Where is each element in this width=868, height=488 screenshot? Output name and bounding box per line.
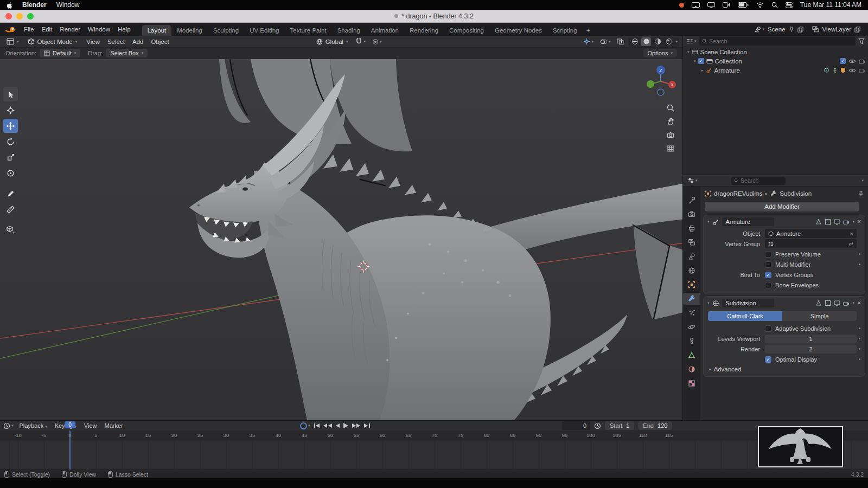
cursor-tool[interactable]	[3, 103, 18, 117]
hide-eye-icon[interactable]	[848, 59, 856, 64]
properties-search[interactable]	[731, 177, 786, 185]
jump-to-start-button[interactable]	[314, 423, 320, 428]
workspace-tab-shading[interactable]: Shading	[332, 25, 366, 36]
collection-checkbox[interactable]: ✓	[698, 58, 704, 64]
menubar-menu-window[interactable]: Window	[56, 1, 80, 9]
workspace-tab-sculpting[interactable]: Sculpting	[208, 25, 244, 36]
scene-name[interactable]: Scene	[768, 26, 786, 33]
outliner-row-scene-collection[interactable]: ▾ Scene Collection	[683, 47, 868, 56]
disable-render-camera-icon[interactable]	[859, 59, 866, 64]
render-levels-field[interactable]: 2	[765, 345, 857, 354]
workspace-tab-geometry-nodes[interactable]: Geometry Nodes	[489, 25, 547, 36]
shading-wireframe-button[interactable]	[630, 37, 640, 46]
control-center-icon[interactable]	[786, 2, 793, 8]
edit-mode-toggle-icon[interactable]	[825, 300, 831, 306]
current-frame-field[interactable]: 0	[562, 421, 590, 430]
expand-icon[interactable]: ▾	[687, 50, 690, 54]
select-box-tool[interactable]	[3, 87, 18, 101]
options-dropdown[interactable]: Options▾	[643, 49, 677, 57]
properties-search-input[interactable]	[741, 177, 782, 184]
use-preview-range-icon[interactable]	[594, 422, 601, 429]
workspace-tab-texture-paint[interactable]: Texture Paint	[285, 25, 332, 36]
tab-texture[interactable]	[683, 377, 700, 389]
add-workspace-button[interactable]: +	[583, 25, 594, 36]
tab-material[interactable]	[683, 363, 700, 375]
menu-window[interactable]: Window	[84, 26, 114, 33]
recording-indicator-icon[interactable]	[679, 3, 684, 8]
tab-view-layer[interactable]	[683, 236, 700, 248]
navigation-gizmo[interactable]: Z X	[643, 63, 678, 98]
show-gizmo-toggle[interactable]: ▾	[581, 38, 596, 45]
timeline-dopesheet[interactable]	[0, 440, 868, 470]
modifier-extras-icon[interactable]: ▾	[852, 301, 854, 305]
disable-render-camera-icon[interactable]	[859, 68, 866, 73]
tab-physics[interactable]	[683, 321, 700, 333]
subdivision-panel-header[interactable]: ▾ Subdivision ▾ ×	[704, 297, 865, 310]
properties-options-icon[interactable]: ▾	[861, 178, 864, 183]
hide-eye-icon[interactable]	[848, 68, 856, 73]
collapse-icon[interactable]: ▾	[707, 301, 710, 305]
new-viewlayer-icon[interactable]	[854, 27, 860, 33]
pin-id-icon[interactable]	[858, 191, 864, 197]
menu-help[interactable]: Help	[114, 26, 135, 33]
camera-view-icon[interactable]	[666, 131, 675, 139]
menubar-clock[interactable]: Tue Mar 11 11:04 AM	[800, 1, 861, 9]
catmull-clark-button[interactable]: Catmull-Clark	[708, 311, 782, 321]
tab-tool[interactable]	[683, 194, 700, 206]
levels-viewport-field[interactable]: 1	[765, 335, 857, 343]
search-icon[interactable]	[771, 2, 778, 8]
tab-object[interactable]	[683, 279, 700, 291]
wifi-icon[interactable]	[756, 2, 764, 8]
workspace-tab-compositing[interactable]: Compositing	[444, 25, 489, 36]
realtime-toggle-icon[interactable]	[834, 219, 840, 225]
add-cube-tool[interactable]	[3, 223, 18, 237]
armature-data-icon[interactable]	[824, 67, 829, 73]
outliner-filter-icon[interactable]	[858, 38, 865, 44]
breadcrumb-object[interactable]: dragonREVudims	[714, 190, 763, 197]
orthographic-grid-icon[interactable]	[666, 144, 675, 153]
tab-output[interactable]	[683, 222, 700, 234]
editor-type-selector[interactable]: ▾	[3, 38, 22, 45]
add-modifier-button[interactable]: Add Modifier	[705, 202, 859, 211]
on-cage-toggle-icon[interactable]	[815, 219, 822, 225]
pin-scene-icon[interactable]	[789, 27, 794, 33]
shading-dropdown-icon[interactable]: ▾	[675, 40, 678, 44]
viewport-menu-add[interactable]: Add	[129, 38, 147, 45]
jump-to-end-button[interactable]	[364, 423, 370, 428]
timeline-ruler[interactable]: -10-505101520253035404550556065707580859…	[0, 431, 868, 440]
subdivision-modifier-name-field[interactable]: Subdivision	[722, 299, 774, 307]
vertex-groups-checkbox[interactable]: ✓	[765, 272, 771, 278]
apple-menu-icon[interactable]	[7, 2, 12, 9]
proportional-editing-controls[interactable]: ▾	[370, 38, 384, 45]
menu-file[interactable]: File	[20, 26, 38, 33]
viewlayer-name[interactable]: ViewLayer	[822, 26, 852, 33]
pan-hand-icon[interactable]	[666, 117, 675, 126]
render-toggle-icon[interactable]	[843, 300, 850, 306]
realtime-toggle-icon[interactable]	[834, 300, 840, 306]
pose-icon[interactable]	[832, 67, 838, 73]
multi-modifier-checkbox[interactable]	[765, 261, 771, 268]
transform-orientation-selector[interactable]: Global▾	[313, 38, 352, 45]
outliner-row-armature[interactable]: ▸ Armature	[683, 66, 868, 75]
workspace-tab-uv-editing[interactable]: UV Editing	[244, 25, 284, 36]
drag-dropdown[interactable]: Select Box▾	[106, 49, 148, 57]
expand-icon[interactable]: ▾	[694, 59, 696, 63]
vertex-group-field[interactable]: ⇄	[765, 239, 857, 248]
tab-particles[interactable]	[683, 307, 700, 319]
tab-scene[interactable]	[683, 251, 700, 262]
workspace-tab-modeling[interactable]: Modeling	[171, 25, 208, 36]
clear-object-icon[interactable]: ×	[850, 230, 853, 237]
measure-tool[interactable]	[3, 202, 18, 216]
scene-icon[interactable]: ▾	[754, 26, 764, 33]
outliner-search-input[interactable]	[709, 38, 853, 44]
outliner-search[interactable]	[699, 37, 856, 46]
snapping-controls[interactable]: ▾	[353, 38, 368, 45]
new-scene-icon[interactable]	[797, 27, 803, 33]
bone-envelopes-checkbox[interactable]	[765, 282, 771, 288]
armature-panel-header[interactable]: ▾ Armature ▾ ×	[704, 215, 865, 228]
optimal-display-checkbox[interactable]: ✓	[765, 356, 771, 363]
annotate-tool[interactable]	[3, 187, 18, 201]
mode-selector[interactable]: Object Mode▾	[24, 38, 81, 45]
play-button[interactable]	[343, 423, 348, 428]
collection-exclude-checkbox[interactable]: ✓	[840, 58, 846, 64]
